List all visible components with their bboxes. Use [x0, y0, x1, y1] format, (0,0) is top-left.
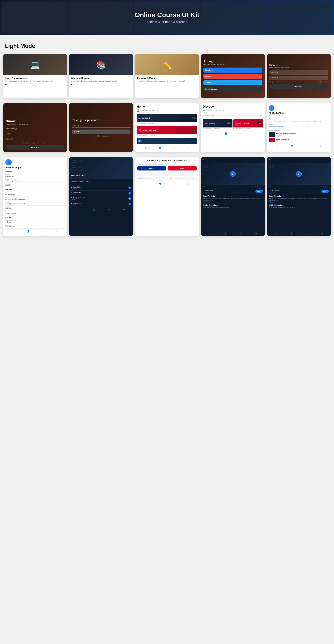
video-1-replies[interactable]: See 5 replies ∨ — [203, 202, 263, 203]
nav-home-icon[interactable]: ⌂ — [174, 146, 175, 149]
password-arrow[interactable]: › — [64, 184, 65, 186]
profile-nav-check[interactable]: ✓ — [276, 145, 278, 147]
website-arrow[interactable]: › — [64, 202, 65, 204]
phone-arrow[interactable]: › — [64, 212, 65, 214]
discussion-arrow[interactable]: › — [64, 225, 65, 227]
detail-nav-settings[interactable]: ⚙ — [123, 208, 125, 211]
facebook-login-btn[interactable]: Facebook → — [203, 68, 262, 72]
profile-nav-settings[interactable]: ⚙ — [320, 145, 322, 147]
account-nav-home[interactable]: ⌂ — [42, 230, 43, 232]
signin-button[interactable]: Sign In → — [269, 84, 328, 89]
detail-nav-home[interactable]: ⌂ — [108, 208, 110, 211]
home-course-3[interactable]: B — [137, 138, 197, 144]
tab-ph[interactable]: Ph — [157, 109, 159, 112]
video-1-nav-home[interactable]: ⌂ — [240, 232, 242, 235]
video-1-nav-user[interactable]: 👤 — [224, 232, 227, 235]
card-number-input[interactable]: •••• •••• •••• •••• — [137, 172, 197, 176]
video-1-back-btn[interactable]: ← — [201, 157, 265, 162]
discover-course-1[interactable]: How to Make Web $50 by Ibrahim Maula · 1… — [203, 119, 232, 130]
username-arrow[interactable]: › — [64, 174, 65, 176]
tab-js[interactable]: JavaScript — [149, 109, 156, 112]
card-expiry-input[interactable]: •••• •••• — [137, 177, 166, 180]
signup-email-input[interactable]: Email — [6, 132, 65, 136]
video-2-nav-settings[interactable]: ⚙ — [321, 232, 323, 235]
tab-css[interactable]: CSS — [145, 109, 148, 112]
home-course-2[interactable]: Learn Angular JS 4 $20 by Malik Abimanyu… — [137, 126, 197, 137]
lesson-2-add[interactable]: + — [128, 192, 131, 195]
signup-password-input[interactable]: Password — [6, 137, 65, 141]
discover-tab-css[interactable]: CSS — [211, 110, 214, 112]
not-member-link[interactable]: Not a member? — [318, 81, 328, 83]
home-course-1[interactable]: How to Make Web $50 by Ibrahim Maula · 1… — [137, 114, 197, 125]
reset-button[interactable]: Reset → — [72, 130, 131, 134]
purchase-nav-home[interactable]: ⌂ — [174, 183, 175, 185]
discover-nav-settings[interactable]: ⚙ — [254, 132, 256, 135]
video-1-nav-check[interactable]: ✓ — [209, 232, 211, 235]
profile-nav-home[interactable]: ⌂ — [306, 145, 307, 147]
google-login-btn[interactable]: Google → — [203, 74, 262, 79]
video-2-back-btn[interactable]: ← — [267, 157, 331, 162]
debit-button[interactable]: Debit — [168, 166, 197, 170]
video-2-nav-user[interactable]: 👤 — [290, 232, 293, 235]
remember-link[interactable]: I remember my password — [72, 135, 131, 137]
paypal-button[interactable]: Paypal — [137, 166, 166, 170]
video-2-replies[interactable]: See 3 replies ∨ — [269, 202, 329, 203]
card-exam-arrow[interactable]: → — [137, 84, 140, 86]
tab-html[interactable]: HTML — [140, 109, 144, 112]
video-1-volume-icon[interactable]: 🔊 — [259, 186, 261, 188]
forgot-password-link[interactable]: Lost password? — [269, 81, 279, 83]
bio-arrow[interactable]: › — [64, 198, 65, 199]
video-1-progress[interactable] — [206, 186, 254, 187]
video-2-volume-icon[interactable]: 🔊 — [325, 186, 327, 188]
profile-nav-user[interactable]: 👤 — [290, 145, 293, 147]
name-arrow[interactable]: › — [64, 193, 65, 194]
card-cvv-input[interactable]: •• •••• — [168, 177, 197, 180]
email-arrow[interactable]: › — [64, 179, 65, 181]
video-2-nav-check[interactable]: ✓ — [275, 232, 276, 235]
discover-tab-html[interactable]: HTML — [206, 110, 210, 112]
video-1-nav-settings[interactable]: ⚙ — [255, 232, 257, 235]
purchase-nav-settings[interactable]: ⚙ — [188, 183, 190, 185]
lesson-4[interactable]: 4. Basic of CSS 13 minutes + — [69, 201, 133, 207]
account-nav-check[interactable]: ✓ — [13, 230, 15, 232]
tab-all[interactable]: All — [137, 109, 139, 112]
video-2-nav-home[interactable]: ⌂ — [306, 232, 308, 235]
video-2-fullscreen-icon[interactable]: ⛶ — [328, 186, 329, 188]
signup-name-input[interactable]: Malik Abimanyui — [6, 127, 65, 131]
discover-search[interactable]: Search course... ▼ — [203, 114, 263, 118]
video-2-next-btn[interactable]: Next › — [321, 190, 329, 193]
signin-password-input[interactable]: Password — [269, 76, 328, 80]
lesson-1[interactable]: 1. The Definition 13 minutes + — [69, 185, 133, 190]
lessons-arrow[interactable]: › — [64, 220, 65, 222]
lesson-2[interactable]: 2. Basic of HTML 8 minutes + — [69, 190, 133, 196]
twitter-login-btn[interactable]: Twitter → — [203, 80, 262, 85]
video-1-next-btn[interactable]: Next › — [256, 190, 263, 193]
account-nav-settings[interactable]: ⚙ — [56, 230, 58, 232]
discover-nav-home[interactable]: ⌂ — [240, 132, 241, 135]
discover-tab-ph[interactable]: Ph — [223, 110, 225, 112]
signup-button[interactable]: Sign Up → — [6, 145, 65, 150]
lesson-4-add[interactable]: + — [128, 202, 131, 206]
discover-nav-user[interactable]: 👤 — [224, 132, 227, 135]
lesson-3-add[interactable]: + — [128, 197, 131, 200]
purchase-nav-check[interactable]: ✓ — [144, 183, 146, 185]
video-2-progress[interactable] — [272, 186, 320, 187]
collection-item-2[interactable]: Learn Angular JS 4 15 lessons — [269, 138, 329, 142]
lesson-3[interactable]: 3. Making Framework 7 minutes + — [69, 196, 133, 201]
sinau-login-btn[interactable]: Sinau Account → — [203, 86, 262, 92]
nav-user-icon[interactable]: 👤 — [158, 146, 161, 149]
detail-nav-user[interactable]: 👤 — [92, 208, 95, 211]
signin-username-input[interactable]: abdullahM... — [269, 70, 328, 74]
discover-tab-all[interactable]: All — [203, 110, 205, 112]
detail-nav-check[interactable]: ✓ — [77, 208, 79, 211]
profile-website[interactable]: www.dribbble.com/abimanyuil7 — [269, 126, 329, 127]
video-1-fullscreen-icon[interactable]: ⛶ — [262, 186, 263, 188]
discover-nav-check[interactable]: ✓ — [210, 132, 212, 135]
collection-item-1[interactable]: How to Become Master of PHP 15 lessons — [269, 132, 329, 137]
discover-tab-js[interactable]: JavaScript — [215, 110, 222, 112]
account-nav-user[interactable]: 👤 — [27, 230, 30, 232]
lesson-1-add[interactable]: + — [128, 186, 131, 189]
reset-email-input[interactable]: Your email — [72, 124, 131, 128]
nav-settings-icon[interactable]: ⚙ — [188, 146, 190, 149]
purchase-nav-user[interactable]: 👤 — [159, 183, 162, 185]
